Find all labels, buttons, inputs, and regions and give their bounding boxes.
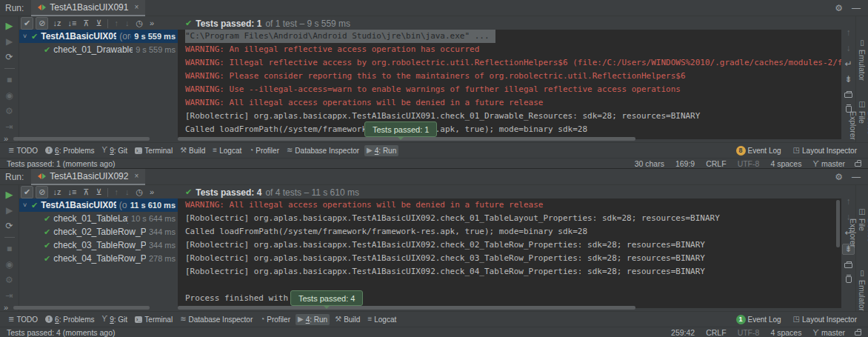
status-widget[interactable]: 169:9	[675, 159, 695, 168]
tool-window-button[interactable]: ≋ Database Inspector	[178, 314, 255, 325]
status-widget[interactable]: UTF-8	[738, 328, 760, 337]
sort-by-duration-icon[interactable]: ↓≡	[65, 18, 79, 29]
tool-window-button[interactable]: ▶ 4: Run	[364, 145, 398, 156]
expand-all-icon[interactable]: ⊼	[81, 187, 91, 198]
console-horizontal-scrollbar[interactable]	[178, 137, 635, 141]
status-widget[interactable]: CRLF	[706, 328, 726, 337]
test-tree-row[interactable]: ✔ check_01_TableLayout_Properties 10 s 6…	[19, 212, 178, 225]
tool-window-button[interactable]: ≋ Database Inspector	[284, 145, 361, 156]
tool-window-button[interactable]: ≡ Logcat	[210, 145, 244, 156]
next-failed-test-icon[interactable]: ↓	[123, 18, 132, 29]
rerun-icon[interactable]: ▶	[6, 21, 13, 30]
emulator-button[interactable]: ▯ Emulator	[858, 269, 867, 311]
close-icon[interactable]: ×	[134, 3, 138, 11]
settings-gear-icon[interactable]: ⚙	[835, 3, 843, 13]
test-tree-row[interactable]: ˅ ✔ TestA1BasicUIX091 (org.aplas.basica …	[19, 30, 178, 43]
scroll-down-icon[interactable]: ↓	[847, 44, 851, 53]
show-passed-icon[interactable]: ✔	[21, 186, 33, 198]
attach-debugger-icon[interactable]: ⚙	[5, 107, 13, 116]
tool-window-button[interactable]: ◔ Profiler	[247, 145, 281, 156]
scroll-up-icon[interactable]: ↑	[847, 197, 851, 207]
console-output[interactable]: "C:\Program Files\Android\Android Studio…	[178, 30, 841, 139]
hide-tool-window-icon[interactable]: —	[852, 172, 861, 182]
show-ignored-icon[interactable]: ⊘	[36, 17, 48, 30]
tool-window-button[interactable]: ⚒ Build	[178, 145, 207, 156]
status-widget[interactable]: UTF-8	[738, 159, 760, 168]
test-tree-row[interactable]: ✔ check_04_TableRow_Properties 278 ms	[19, 252, 178, 265]
restore-layout-icon[interactable]: ⇥	[5, 122, 13, 131]
tool-window-button[interactable]: ≡ Logcat	[365, 314, 398, 325]
run-tab[interactable]: TestA1BasicUIX091 ×	[31, 0, 145, 16]
stop-icon[interactable]: ■	[7, 244, 12, 253]
sort-alphabetically-icon[interactable]: ↓z	[50, 187, 63, 198]
expand-all-icon[interactable]: ⊼	[81, 18, 91, 29]
emulator-button[interactable]: ▯ Emulator	[858, 39, 867, 81]
toolbar-more-icon[interactable]: »	[147, 18, 156, 29]
rerun-failed-tests-icon[interactable]: ▶	[6, 206, 13, 215]
sort-by-duration-icon[interactable]: ↓≡	[65, 187, 79, 198]
screenshot-icon[interactable]: ◉	[5, 260, 13, 269]
toggle-auto-test-icon[interactable]: ⟳	[5, 221, 13, 230]
git-branch-widget[interactable]: ϒ master	[812, 328, 845, 337]
rerun-icon[interactable]: ▶	[6, 190, 13, 199]
soft-wrap-icon[interactable]: ↵	[844, 59, 852, 69]
test-history-icon[interactable]: ◷	[133, 187, 145, 198]
scroll-to-end-icon[interactable]: ⇟	[844, 75, 852, 84]
sort-alphabetically-icon[interactable]: ↓z	[50, 18, 63, 29]
run-tab[interactable]: TestA1BasicUIX092 ×	[31, 169, 145, 185]
device-file-explorer-button[interactable]: ◫ Device File Explorer	[849, 100, 868, 142]
tool-window-button[interactable]: ϒ 9: Git	[99, 314, 130, 325]
collapse-all-icon[interactable]: ⊻	[93, 18, 104, 29]
tool-window-button[interactable]: 8 Event Log	[734, 144, 784, 157]
test-tree-row[interactable]: ✔ check_02_TableRow_Properties 344 ms	[19, 225, 178, 238]
tool-window-button[interactable]: ▶ 4: Run	[296, 314, 330, 325]
test-tree-row[interactable]: ✔ check_01_Drawable_Resources 9 s 559 ms	[19, 43, 178, 56]
print-icon[interactable]	[844, 263, 852, 268]
next-failed-test-icon[interactable]: ↓	[123, 187, 132, 198]
tool-window-button[interactable]: 1 Event Log	[734, 313, 784, 326]
hide-tool-window-icon[interactable]: —	[852, 3, 861, 13]
scroll-up-icon[interactable]: ↑	[847, 28, 851, 38]
console-horizontal-scrollbar[interactable]	[178, 306, 635, 310]
toolbar-more-icon[interactable]: »	[147, 187, 156, 198]
tool-window-button[interactable]: ≣ TODO	[6, 145, 40, 156]
toggle-auto-test-icon[interactable]: ⟳	[5, 53, 13, 61]
stop-icon[interactable]: ■	[7, 76, 12, 84]
screenshot-icon[interactable]: ◉	[5, 91, 13, 100]
close-icon[interactable]: ×	[134, 172, 138, 180]
attach-debugger-icon[interactable]: ⚙	[5, 276, 13, 284]
tool-window-button[interactable]: ◳ Layout Inspector	[791, 314, 859, 325]
test-tree-row[interactable]: ˅ ✔ TestA1BasicUIX092 (org.aplas.basica …	[19, 198, 178, 212]
status-widget[interactable]: CRLF	[706, 159, 726, 168]
test-tree-row[interactable]: ✔ check_03_TableRow_Properties 344 ms	[19, 238, 178, 252]
chevron-down-icon[interactable]: ˅	[23, 33, 31, 40]
status-widget[interactable]: 30 chars	[635, 159, 664, 168]
lock-icon[interactable]	[855, 162, 861, 167]
tool-window-button[interactable]: ϒ 9: Git	[99, 145, 130, 156]
tree-horizontal-scrollbar[interactable]	[13, 137, 150, 141]
previous-failed-test-icon[interactable]: ↑	[112, 187, 121, 198]
status-widget[interactable]: 259:42	[671, 328, 695, 337]
tool-window-button[interactable]: ≣ TODO	[6, 314, 40, 325]
print-icon[interactable]	[844, 93, 852, 98]
console-vertical-scrollbar[interactable]	[836, 200, 840, 247]
device-file-explorer-button[interactable]: ◫ Device File Explorer	[849, 207, 868, 250]
show-passed-icon[interactable]: ✔	[21, 17, 33, 30]
tool-window-button[interactable]: ›_ Terminal	[133, 145, 175, 156]
status-widget[interactable]: 4 spaces	[770, 159, 801, 168]
tool-window-button[interactable]: ⚒ Build	[333, 314, 362, 325]
clear-console-icon[interactable]	[846, 276, 852, 283]
show-ignored-icon[interactable]: ⊘	[36, 186, 48, 198]
previous-failed-test-icon[interactable]: ↑	[112, 18, 121, 29]
collapse-all-icon[interactable]: ⊻	[93, 187, 104, 198]
tool-window-button[interactable]: ›_ Terminal	[133, 314, 175, 325]
settings-gear-icon[interactable]: ⚙	[835, 172, 843, 182]
restore-layout-icon[interactable]: ⇥	[5, 291, 13, 300]
chevron-down-icon[interactable]: ˅	[23, 201, 31, 209]
lock-icon[interactable]	[855, 331, 861, 336]
tool-window-button[interactable]: ◔ Profiler	[258, 314, 293, 325]
status-widget[interactable]: 4 spaces	[770, 328, 801, 337]
rerun-failed-tests-icon[interactable]: ▶	[6, 37, 13, 46]
git-branch-widget[interactable]: ϒ master	[812, 159, 845, 168]
tool-window-button[interactable]: ◳ Layout Inspector	[791, 145, 859, 156]
